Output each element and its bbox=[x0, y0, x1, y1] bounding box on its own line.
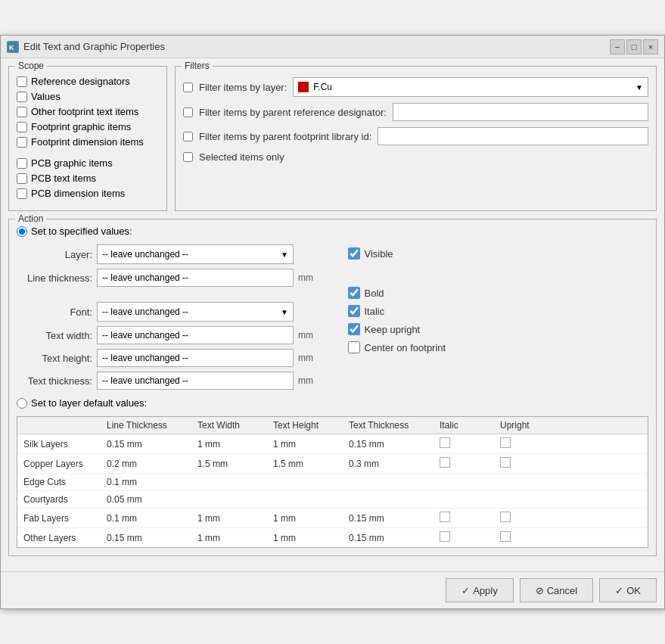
text-height-input[interactable] bbox=[97, 349, 294, 367]
row-other-tt: 0.15 mm bbox=[349, 533, 440, 543]
scope-pcb-graphic-label: PCB graphic items bbox=[31, 157, 113, 169]
line-thickness-unit: mm bbox=[298, 272, 313, 283]
filter-layer-checkbox[interactable] bbox=[183, 82, 193, 92]
scope-fp-graphic-row: Footprint graphic items bbox=[17, 121, 159, 132]
layer-dropdown[interactable]: F.Cu ▼ bbox=[293, 77, 648, 97]
row-fab-th: 1 mm bbox=[273, 513, 349, 524]
scope-ref-des-row: Reference designators bbox=[17, 76, 159, 87]
scope-legend: Scope bbox=[15, 61, 47, 71]
set-specified-row: Set to specified values: bbox=[17, 226, 648, 237]
scope-pcb-graphic-checkbox[interactable] bbox=[17, 158, 27, 169]
row-copper-name: Copper Layers bbox=[23, 459, 107, 469]
row-copper-tt: 0.3 mm bbox=[349, 459, 440, 469]
table-row: Silk Layers 0.15 mm 1 mm 1 mm 0.15 mm bbox=[17, 434, 648, 454]
row-copper-italic bbox=[440, 457, 500, 470]
text-width-field: Text width: mm bbox=[17, 326, 333, 344]
scope-pcb-text-checkbox[interactable] bbox=[17, 173, 27, 184]
font-label: Font: bbox=[17, 306, 92, 318]
copper-upright-checkbox bbox=[500, 457, 511, 468]
row-courtyard-line: 0.05 mm bbox=[107, 494, 197, 505]
scope-pcb-dimension-checkbox[interactable] bbox=[17, 188, 27, 199]
apply-label: Apply bbox=[473, 585, 498, 596]
layer-field-label: Layer: bbox=[17, 249, 92, 260]
col-upright: Upright bbox=[500, 420, 561, 431]
filter-layer-label: Filter items by layer: bbox=[199, 82, 287, 93]
filter-lib-checkbox[interactable] bbox=[183, 132, 193, 142]
scope-values-checkbox[interactable] bbox=[17, 92, 27, 102]
line-thickness-input[interactable] bbox=[97, 269, 294, 287]
other-upright-checkbox bbox=[500, 531, 511, 542]
set-layer-defaults-radio[interactable] bbox=[17, 398, 27, 409]
text-width-input[interactable] bbox=[97, 326, 294, 344]
separator1 bbox=[17, 291, 333, 297]
footer: ✓ Apply ⊘ Cancel ✓ OK bbox=[1, 571, 664, 608]
scope-other-fp-text-checkbox[interactable] bbox=[17, 107, 27, 117]
titlebar: K Edit Text and Graphic Properties − □ × bbox=[1, 36, 664, 58]
filters-legend: Filters bbox=[182, 61, 213, 71]
scope-fp-dimension-checkbox[interactable] bbox=[17, 137, 27, 148]
apply-checkmark: ✓ bbox=[461, 585, 470, 596]
other-italic-checkbox bbox=[440, 531, 450, 542]
table-row: Edge Cuts 0.1 mm bbox=[17, 474, 648, 491]
cancel-label: Cancel bbox=[547, 585, 577, 596]
row-fab-name: Fab Layers bbox=[23, 513, 107, 524]
row-edge-line: 0.1 mm bbox=[107, 477, 197, 487]
ok-button[interactable]: ✓ OK bbox=[599, 578, 657, 602]
row-fab-tt: 0.15 mm bbox=[349, 513, 440, 524]
font-arrow: ▼ bbox=[281, 308, 288, 316]
scope-fp-graphic-checkbox[interactable] bbox=[17, 122, 27, 132]
minimize-button[interactable]: − bbox=[610, 39, 625, 54]
cancel-button[interactable]: ⊘ Cancel bbox=[520, 578, 593, 602]
copper-italic-checkbox bbox=[440, 457, 450, 468]
scope-values-row: Values bbox=[17, 91, 159, 102]
center-footprint-checkbox[interactable] bbox=[348, 341, 360, 353]
filter-ref-input[interactable] bbox=[393, 103, 648, 121]
text-thickness-input[interactable] bbox=[97, 372, 294, 390]
scope-section: Scope Reference designators Values Other… bbox=[8, 66, 167, 211]
scope-ref-des-checkbox[interactable] bbox=[17, 76, 27, 87]
filter-lib-input[interactable] bbox=[378, 127, 648, 145]
keep-upright-row: Keep upright bbox=[348, 323, 649, 335]
layer-field-select[interactable]: -- leave unchanged -- ▼ bbox=[97, 244, 294, 264]
scope-fp-dimension-label: Footprint dimension items bbox=[31, 136, 144, 148]
bold-checkbox[interactable] bbox=[348, 287, 360, 299]
italic-checkbox[interactable] bbox=[348, 305, 360, 317]
filter-ref-row: Filter items by parent reference designa… bbox=[183, 103, 648, 121]
row-other-upright bbox=[500, 531, 561, 544]
maximize-button[interactable]: □ bbox=[626, 39, 642, 54]
line-thickness-field: Line thickness: mm bbox=[17, 269, 333, 287]
font-select[interactable]: -- leave unchanged -- ▼ bbox=[97, 302, 294, 322]
app-icon: K bbox=[7, 41, 19, 53]
row-fab-italic bbox=[440, 512, 500, 524]
row-copper-line: 0.2 mm bbox=[107, 459, 197, 469]
close-button[interactable]: × bbox=[643, 39, 658, 54]
silk-upright-checkbox bbox=[500, 437, 511, 448]
filter-lib-row: Filter items by parent footprint library… bbox=[183, 127, 648, 145]
ok-checkmark: ✓ bbox=[615, 585, 623, 596]
center-footprint-label: Center on footprint bbox=[365, 342, 446, 353]
visible-checkbox[interactable] bbox=[348, 247, 360, 260]
set-layer-defaults-label: Set to layer default values: bbox=[31, 397, 147, 409]
filter-selected-checkbox[interactable] bbox=[183, 152, 193, 162]
layer-defaults-table: Line Thickness Text Width Text Height Te… bbox=[17, 416, 648, 548]
set-specified-radio[interactable] bbox=[17, 226, 27, 237]
text-width-label: Text width: bbox=[17, 330, 92, 341]
row-silk-line: 0.15 mm bbox=[107, 439, 197, 450]
keep-upright-checkbox[interactable] bbox=[348, 323, 360, 335]
visible-row: Visible bbox=[348, 247, 649, 260]
text-height-unit: mm bbox=[298, 353, 313, 363]
filter-ref-checkbox[interactable] bbox=[183, 107, 193, 117]
col-italic: Italic bbox=[440, 420, 500, 431]
right-spacer1 bbox=[348, 266, 649, 281]
row-copper-tw: 1.5 mm bbox=[197, 459, 273, 469]
scope-fp-dimension-row: Footprint dimension items bbox=[17, 136, 159, 148]
window-title: Edit Text and Graphic Properties bbox=[23, 41, 165, 52]
apply-button[interactable]: ✓ Apply bbox=[446, 578, 514, 602]
ok-label: OK bbox=[626, 585, 641, 596]
set-specified-label: Set to specified values: bbox=[31, 226, 132, 237]
form-left: Layer: -- leave unchanged -- ▼ Line thic… bbox=[17, 244, 333, 390]
line-thickness-label: Line thickness: bbox=[17, 272, 92, 284]
action-form-grid: Layer: -- leave unchanged -- ▼ Line thic… bbox=[17, 244, 648, 390]
row-courtyard-name: Courtyards bbox=[23, 494, 107, 505]
filter-ref-label: Filter items by parent reference designa… bbox=[199, 107, 387, 118]
